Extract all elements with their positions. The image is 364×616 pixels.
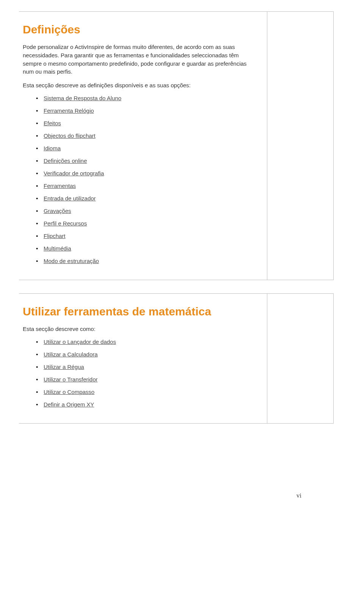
page-number: vi	[19, 492, 334, 499]
link-gravacoes[interactable]: Gravações	[44, 208, 71, 214]
list-item: Flipchart	[36, 233, 257, 239]
link-definicoes-online[interactable]: Definições online	[44, 158, 87, 164]
link-calculadora[interactable]: Utilizar a Calculadora	[44, 351, 98, 358]
link-efeitos[interactable]: Efeitos	[44, 120, 61, 126]
intro-para-3: Esta secção descreve como:	[23, 325, 257, 333]
link-flipchart[interactable]: Flipchart	[44, 233, 66, 239]
link-transferidor[interactable]: Utilizar o Transferidor	[44, 376, 98, 383]
list-item: Gravações	[36, 208, 257, 214]
list-item: Entrada de utilizador	[36, 195, 257, 202]
heading-definicoes: Definições	[23, 23, 257, 36]
definicoes-list: Sistema de Resposta do Aluno Ferramenta …	[36, 95, 257, 264]
intro-para-1: Pode personalizar o ActivInspire de form…	[23, 43, 257, 76]
list-item: Utilizar o Transferidor	[36, 376, 257, 383]
list-item: Definir a Origem XY	[36, 401, 257, 408]
link-ferramentas[interactable]: Ferramentas	[44, 183, 76, 189]
list-item: Ferramenta Relógio	[36, 107, 257, 114]
section-definicoes: Definições Pode personalizar o ActivInsp…	[19, 11, 334, 280]
main-content-2: Utilizar ferramentas de matemática Esta …	[19, 293, 267, 424]
list-item: Ferramentas	[36, 183, 257, 189]
list-item: Idioma	[36, 145, 257, 151]
list-item: Sistema de Resposta do Aluno	[36, 95, 257, 101]
link-sistema-resposta[interactable]: Sistema de Resposta do Aluno	[44, 95, 121, 101]
link-idioma[interactable]: Idioma	[44, 145, 61, 151]
side-column-2	[267, 293, 334, 424]
link-perfil-recursos[interactable]: Perfil e Recursos	[44, 220, 87, 227]
list-item: Utilizar a Calculadora	[36, 351, 257, 358]
list-item: Multimédia	[36, 245, 257, 252]
intro-para-2: Esta secção descreve as definições dispo…	[23, 81, 257, 90]
list-item: Utilizar o Lançador de dados	[36, 339, 257, 345]
link-origem-xy[interactable]: Definir a Origem XY	[44, 401, 94, 408]
list-item: Perfil e Recursos	[36, 220, 257, 227]
list-item: Utilizar a Régua	[36, 364, 257, 370]
list-item: Definições online	[36, 158, 257, 164]
page: Definições Pode personalizar o ActivInsp…	[0, 0, 364, 515]
heading-matematica: Utilizar ferramentas de matemática	[23, 305, 257, 318]
link-objectos-flipchart[interactable]: Objectos do flipchart	[44, 132, 96, 139]
link-entrada-utilizador[interactable]: Entrada de utilizador	[44, 195, 96, 202]
link-lancador-dados[interactable]: Utilizar o Lançador de dados	[44, 339, 116, 345]
link-multimedia[interactable]: Multimédia	[44, 245, 71, 252]
link-regua[interactable]: Utilizar a Régua	[44, 364, 84, 370]
matematica-list: Utilizar o Lançador de dados Utilizar a …	[36, 339, 257, 408]
list-item: Efeitos	[36, 120, 257, 126]
list-item: Verificador de ortografia	[36, 170, 257, 176]
link-modo-estruturacao[interactable]: Modo de estruturação	[44, 258, 99, 264]
list-item: Modo de estruturação	[36, 258, 257, 264]
list-item: Utilizar o Compasso	[36, 389, 257, 395]
list-item: Objectos do flipchart	[36, 132, 257, 139]
link-ferramenta-relogio[interactable]: Ferramenta Relógio	[44, 107, 94, 114]
main-content-1: Definições Pode personalizar o ActivInsp…	[19, 11, 267, 280]
section-matematica: Utilizar ferramentas de matemática Esta …	[19, 293, 334, 424]
link-verificador-ortografia[interactable]: Verificador de ortografia	[44, 170, 104, 176]
link-compasso[interactable]: Utilizar o Compasso	[44, 389, 94, 395]
side-column-1	[267, 11, 334, 280]
